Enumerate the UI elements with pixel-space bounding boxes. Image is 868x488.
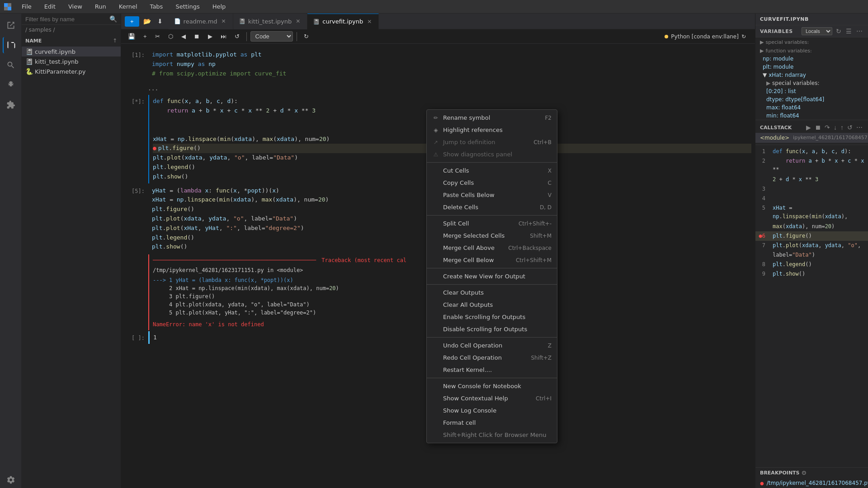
activity-files-icon[interactable]	[3, 37, 19, 53]
ctx-redo-shortcut: Shift+Z	[531, 355, 552, 361]
tab-readme-close[interactable]: ✕	[220, 18, 227, 25]
ctx-merge-below-label: Merge Cell Below	[443, 257, 494, 263]
new-button[interactable]: +	[125, 16, 139, 27]
save-btn[interactable]: 💾	[125, 31, 138, 42]
ctx-enable-scroll[interactable]: Enable Scrolling for Outputs	[427, 311, 557, 323]
ctx-clear-out[interactable]: Clear Outputs	[427, 286, 557, 299]
debug-content-8: plt.legend()	[769, 260, 868, 269]
filter-input[interactable]	[25, 16, 108, 23]
run-all-btn[interactable]: ⏭	[217, 31, 230, 42]
file-tree: 📓 curvefit.ipynb 📓 kitti_test.ipynb 🐍 Ki…	[22, 47, 121, 488]
ctx-merge-above[interactable]: Merge Cell Above Ctrl+Backspace	[427, 242, 557, 254]
callstack-more-btn[interactable]: ⋯	[855, 124, 863, 131]
menu-file[interactable]: File	[19, 2, 34, 11]
copy-btn[interactable]: ⬡	[165, 31, 176, 42]
ctx-restart-kernel[interactable]: Restart Kernel....	[427, 364, 557, 376]
var-xhat-max-label: max: float64	[766, 104, 801, 111]
ctx-contextual-help[interactable]: Show Contextual Help Ctrl+I	[427, 392, 557, 404]
var-np[interactable]: np: module	[755, 55, 868, 63]
ctx-clear-all-out[interactable]: Clear All Outputs	[427, 299, 557, 311]
ctx-highlight[interactable]: ◈ Highlight references	[427, 124, 557, 136]
ctx-merge-below[interactable]: Merge Cell Below Ctrl+Shift+M	[427, 254, 557, 266]
kernel-refresh-icon[interactable]: ↻	[741, 33, 746, 40]
var-plt[interactable]: plt: module	[755, 63, 868, 71]
cell-1-content[interactable]: import matplotlib.pyplot as plt import n…	[148, 48, 755, 80]
vars-refresh-btn[interactable]: ↻	[835, 28, 842, 35]
cut-btn[interactable]: ✂	[152, 31, 163, 42]
debug-line-1: 1 def func(x, a, b, c, d):	[755, 147, 868, 156]
callstack-play-btn[interactable]: ▶	[805, 124, 812, 131]
menu-run[interactable]: Run	[92, 2, 109, 11]
ctx-paste-below[interactable]: Paste Cells Below V	[427, 189, 557, 201]
restart-btn[interactable]: ↺	[231, 31, 243, 42]
ctx-new-console[interactable]: New Console for Notebook	[427, 380, 557, 392]
file-item-kitti[interactable]: 📓 kitti_test.ipynb	[22, 56, 121, 66]
callstack-step-over-btn[interactable]: ↷	[824, 124, 831, 131]
ctx-jump-def[interactable]: ↗ Jump to definition Ctrl+B	[427, 136, 557, 148]
ctx-log-console[interactable]: Show Log Console	[427, 404, 557, 417]
ctx-merge-selected[interactable]: Merge Selected Cells Shift+M	[427, 230, 557, 242]
menu-edit[interactable]: Edit	[42, 2, 58, 11]
activity-settings-icon[interactable]	[3, 472, 19, 488]
ctx-copy[interactable]: Copy Cells C	[427, 177, 557, 189]
callstack-step-in-btn[interactable]: ↓	[833, 124, 838, 131]
ctx-cut[interactable]: Cut Cells X	[427, 164, 557, 177]
file-item-curvefit[interactable]: 📓 curvefit.ipynb	[22, 47, 121, 56]
activity-explorer-icon[interactable]	[3, 17, 19, 33]
breakpoint-item-1[interactable]: ● /tmp/ipykernel_46281/1617068457.py 6	[755, 478, 868, 488]
activity-debug-icon[interactable]	[3, 77, 19, 93]
vars-filter-btn[interactable]: ☰	[845, 28, 853, 35]
locals-select[interactable]: Locals Globals	[802, 27, 832, 35]
ctx-disable-scroll[interactable]: Disable Scrolling for Outputs	[427, 323, 557, 335]
cell-type-select[interactable]: Code Markdown Raw	[250, 31, 293, 42]
tab-curvefit-close[interactable]: ✕	[366, 18, 373, 25]
run-btn[interactable]: ▶	[205, 31, 216, 42]
menu-settings[interactable]: Settings	[173, 2, 202, 11]
ctx-undo-cell[interactable]: Undo Cell Operation Z	[427, 339, 557, 352]
run-prev-btn[interactable]: ◀	[178, 31, 189, 42]
callstack-step-out-btn[interactable]: ↑	[840, 124, 844, 131]
ctx-copy-label: Copy Cells	[443, 179, 474, 186]
callstack-item-module[interactable]: <module> ipykernel_46281/1617068457.py:6	[755, 133, 868, 143]
filter-search-icon: 🔍	[109, 15, 117, 23]
special-vars-header[interactable]: ▶ special variables:	[755, 38, 868, 46]
function-vars-header[interactable]: ▶ function variables:	[755, 46, 868, 55]
callstack-stop-btn[interactable]: ⏹	[814, 124, 822, 131]
debug-line-8: 8 plt.legend()	[755, 260, 868, 269]
ctx-new-view[interactable]: Create New View for Output	[427, 270, 557, 282]
menu-tabs[interactable]: Tabs	[147, 2, 166, 11]
download-btn[interactable]: ⬇	[155, 16, 165, 26]
ctx-delete[interactable]: Delete Cells D, D	[427, 201, 557, 213]
ctx-redo-cell[interactable]: Redo Cell Operation Shift+Z	[427, 352, 557, 364]
tab-curvefit-label: curvefit.ipynb	[322, 18, 363, 25]
tab-kitti-close[interactable]: ✕	[294, 18, 302, 25]
open-file-btn[interactable]: 📂	[141, 16, 153, 26]
ctx-log-console-label: Show Log Console	[443, 407, 496, 414]
tab-kitti[interactable]: 📓 kitti_test.ipynb ✕	[233, 14, 308, 29]
callstack-restart-btn[interactable]: ↺	[846, 124, 854, 131]
var-xhat[interactable]: ▼ xHat: ndarray	[755, 71, 868, 79]
breakpoints-settings-icon[interactable]: ⚙	[802, 469, 807, 476]
file-item-kittiparam[interactable]: 🐍 KittiParameter.py	[22, 66, 121, 76]
stop-btn[interactable]: ⏹	[191, 31, 203, 42]
ctx-format-cell[interactable]: Format cell	[427, 417, 557, 429]
vars-more-btn[interactable]: ⋯	[855, 28, 863, 35]
menu-view[interactable]: View	[66, 2, 85, 11]
cell-1: [1]: import matplotlib.pyplot as plt imp…	[121, 48, 755, 80]
ctx-browser-menu[interactable]: Shift+Right Click for Browser Menu	[427, 429, 557, 441]
breadcrumb: / samples /	[22, 25, 121, 35]
sort-icon[interactable]: ↑	[113, 38, 117, 44]
debug-line-7: 7 plt.plot(xdata, ydata, "o",	[755, 241, 868, 250]
ctx-rename[interactable]: ✏ Rename symbol F2	[427, 112, 557, 124]
refresh-btn[interactable]: ↻	[301, 31, 312, 42]
activity-extensions-icon[interactable]	[3, 97, 19, 113]
menu-kernel[interactable]: Kernel	[116, 2, 140, 11]
ctx-show-diag[interactable]: ⚠ Show diagnostics panel	[427, 148, 557, 160]
tab-curvefit[interactable]: 📓 curvefit.ipynb ✕	[307, 14, 379, 29]
tab-readme[interactable]: 📄 readme.md ✕	[169, 14, 233, 29]
activity-search-icon[interactable]	[3, 57, 19, 73]
menu-help[interactable]: Help	[210, 2, 229, 11]
add-cell-btn[interactable]: +	[140, 31, 150, 42]
ctx-sep-3	[427, 268, 557, 268]
ctx-split[interactable]: Split Cell Ctrl+Shift+-	[427, 217, 557, 230]
